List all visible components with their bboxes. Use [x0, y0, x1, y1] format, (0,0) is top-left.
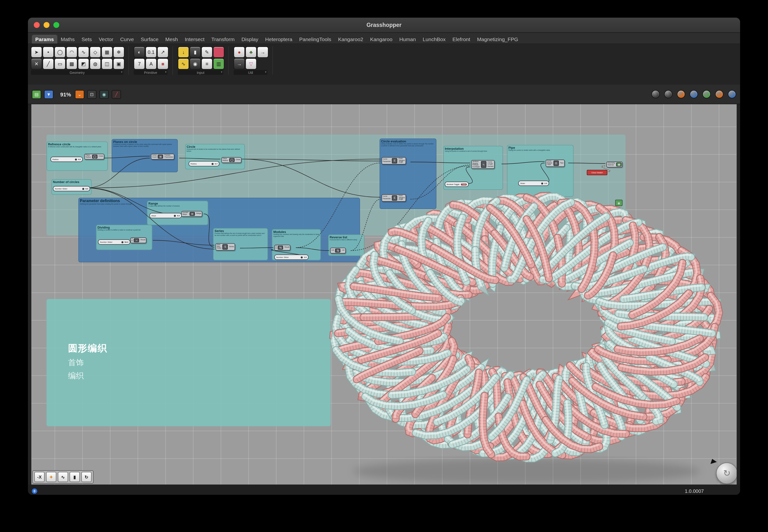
- knob-icon[interactable]: ◉: [189, 58, 201, 69]
- status-bar: 0 1.0.0007: [28, 485, 740, 495]
- minimize-button[interactable]: [44, 22, 49, 28]
- line-icon[interactable]: ╱: [43, 58, 54, 69]
- tab-heteroptera[interactable]: Heteroptera: [262, 35, 296, 44]
- chevron-down-icon[interactable]: ▾: [165, 70, 166, 73]
- preview-custom-icon[interactable]: [677, 90, 685, 98]
- boolean-icon[interactable]: ◐: [134, 46, 145, 58]
- tab-panelingtools[interactable]: PanelingTools: [296, 35, 335, 44]
- field-icon[interactable]: ❄: [113, 46, 124, 58]
- paint-wires-button[interactable]: ╱: [112, 90, 121, 99]
- param-viewer-button[interactable]: -X: [34, 472, 45, 482]
- file-new-button[interactable]: ▤: [32, 90, 41, 99]
- solver-loop-button[interactable]: ↻: [81, 472, 92, 482]
- view-export-icon[interactable]: [702, 90, 711, 98]
- tab-strip: ParamsMathsSetsVectorCurveSurfaceMeshInt…: [32, 35, 522, 44]
- palette-group-label: Util: [248, 71, 253, 74]
- view-capture-icon[interactable]: [690, 90, 698, 98]
- palette-group-geometry: ➤•◯◠∿◇▦❄✕╱▭▩◩◍◫▣Geometry▾: [31, 46, 129, 75]
- navigation-ball[interactable]: ↻: [716, 463, 737, 484]
- close-button[interactable]: [34, 22, 40, 28]
- graph-mapper-icon[interactable]: ∿: [178, 58, 189, 69]
- trigger-icon[interactable]: →: [234, 58, 245, 69]
- preview-off-icon[interactable]: [664, 90, 673, 98]
- file-save-button[interactable]: ▼: [44, 90, 53, 99]
- number-icon[interactable]: 0.1: [145, 46, 157, 58]
- tab-transform[interactable]: Transform: [208, 35, 238, 44]
- tab-kangaroo2[interactable]: Kangaroo2: [335, 35, 367, 44]
- tab-kangaroo[interactable]: Kangaroo: [367, 35, 396, 44]
- title-bar[interactable]: Grasshopper: [28, 18, 740, 33]
- colour-icon[interactable]: ■: [157, 58, 168, 69]
- canvas-widget-toolbar: -X✦∿▮↻: [32, 470, 93, 484]
- palette-group-primitive: ◐0.1↗7A■Primitive▾: [134, 46, 173, 75]
- palette-group-label: Geometry: [69, 71, 84, 74]
- panel-toggle-button[interactable]: ▮: [69, 472, 80, 482]
- traffic-lights: [34, 22, 59, 28]
- palette-group-label: Primitive: [144, 71, 157, 74]
- preview-eye-button[interactable]: ◉: [99, 90, 109, 99]
- data-dam-icon[interactable]: ♣: [246, 46, 257, 58]
- import-icon[interactable]: ↓: [178, 46, 189, 58]
- cherry-picker-icon[interactable]: ●: [234, 46, 245, 58]
- curve-icon[interactable]: ∿: [78, 46, 89, 58]
- circle-icon[interactable]: ◯: [54, 46, 66, 58]
- tab-surface[interactable]: Surface: [137, 35, 162, 44]
- surface-icon[interactable]: ▦: [101, 46, 113, 58]
- file-buttons: ▤▼: [32, 90, 53, 99]
- rectangle-icon[interactable]: ▭: [54, 58, 66, 69]
- path-icon[interactable]: ↗: [157, 46, 168, 58]
- tab-params[interactable]: Params: [32, 35, 57, 44]
- definition-canvas[interactable]: Refrence circleA refrence circle constru…: [31, 104, 737, 485]
- screenshot-stage: Grasshopper ParamsMathsSetsVectorCurveSu…: [0, 0, 768, 532]
- tab-human[interactable]: Human: [396, 35, 419, 44]
- tab-mesh[interactable]: Mesh: [162, 35, 181, 44]
- zoom-button[interactable]: [53, 22, 59, 28]
- window-title: Grasshopper: [366, 22, 401, 28]
- subd-icon[interactable]: ◍: [90, 58, 101, 69]
- palette-group-label: Input: [197, 71, 204, 74]
- notification-badge[interactable]: 0: [32, 488, 37, 494]
- tab-display[interactable]: Display: [238, 35, 262, 44]
- select-arrow-icon[interactable]: ➤: [31, 46, 42, 58]
- value-list-icon[interactable]: ≡: [201, 58, 213, 69]
- chevron-down-icon[interactable]: ▾: [221, 70, 223, 73]
- sketch-button[interactable]: ✦: [46, 472, 56, 482]
- tab-lunchbox[interactable]: LunchBox: [419, 35, 449, 44]
- plane-icon[interactable]: ◇: [90, 46, 101, 58]
- point-icon[interactable]: •: [43, 46, 54, 58]
- galapagos-icon[interactable]: ▽: [246, 58, 257, 69]
- remote-panel-icon[interactable]: [728, 90, 736, 98]
- text-icon[interactable]: A: [145, 58, 157, 69]
- box-icon[interactable]: ◫: [101, 58, 113, 69]
- panel-icon[interactable]: ▮: [189, 46, 201, 58]
- preview-buttons: [652, 90, 736, 98]
- gradient-icon[interactable]: ▥: [213, 58, 224, 69]
- chevron-down-icon[interactable]: ▾: [265, 70, 267, 73]
- jump-icon[interactable]: →: [257, 46, 269, 58]
- tab-elefront[interactable]: Elefront: [449, 35, 474, 44]
- zoom-dropdown-button[interactable]: ⌄: [75, 90, 84, 99]
- profiler-button[interactable]: ∿: [58, 472, 68, 482]
- zoom-level: 91%: [60, 91, 71, 97]
- preview-selected-only-icon[interactable]: [652, 90, 660, 98]
- rendered-weave-torus: [31, 104, 737, 485]
- tab-magnetizing-fpg[interactable]: Magnetizing_FPG: [474, 35, 522, 44]
- ribbon-tab-bar: ParamsMathsSetsVectorCurveSurfaceMeshInt…: [28, 33, 740, 44]
- tab-curve[interactable]: Curve: [117, 35, 137, 44]
- geometry-icon[interactable]: ✕: [31, 58, 42, 69]
- zoom-extents-button[interactable]: ⊡: [87, 90, 96, 99]
- canvas-toolbar: ▤▼ 91% ⌄⊡◉╱: [28, 85, 740, 104]
- scribble-icon[interactable]: ✎: [201, 46, 213, 58]
- chevron-down-icon[interactable]: ▾: [121, 70, 122, 73]
- group-icon[interactable]: ▣: [113, 58, 124, 69]
- integer-icon[interactable]: 7: [134, 58, 145, 69]
- tab-vector[interactable]: Vector: [95, 35, 117, 44]
- colour-swatch-icon[interactable]: [213, 46, 224, 58]
- arc-icon[interactable]: ◠: [66, 46, 77, 58]
- mesh-icon[interactable]: ▩: [66, 58, 77, 69]
- tab-intersect[interactable]: Intersect: [181, 35, 208, 44]
- brep-icon[interactable]: ◩: [78, 58, 89, 69]
- tab-maths[interactable]: Maths: [57, 35, 78, 44]
- tab-sets[interactable]: Sets: [78, 35, 95, 44]
- view-hires-icon[interactable]: [715, 90, 723, 98]
